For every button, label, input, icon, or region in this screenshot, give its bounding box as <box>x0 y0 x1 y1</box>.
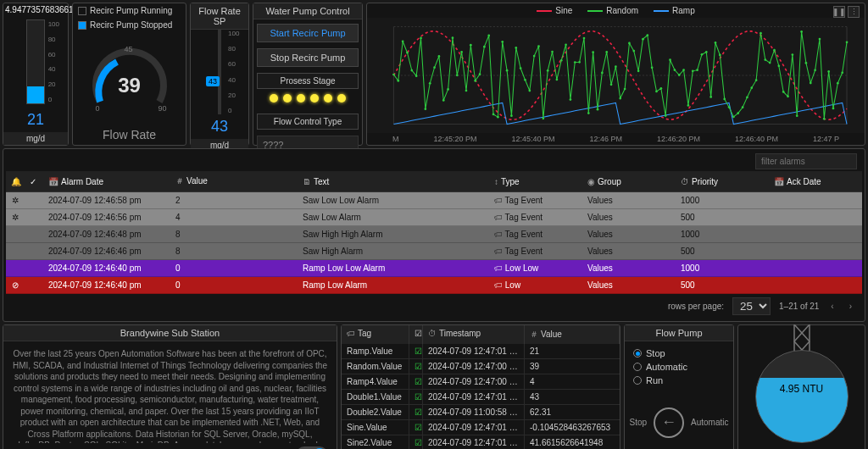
water-pump-panel: Water Pump Control Start Recirc Pump Sto… <box>253 3 363 146</box>
flow-pump-radio-stop[interactable]: Stop <box>633 346 725 360</box>
alarm-table: 🔔 ✓ 📅Alarm Date ＃Value 🗎Text ↕Type ◉Grou… <box>6 171 862 294</box>
svg-point-60 <box>642 38 644 41</box>
svg-point-25 <box>483 46 486 48</box>
svg-point-101 <box>827 70 830 73</box>
tank-gauge: 4.95 NTU <box>755 350 849 443</box>
tag-row[interactable]: Double1.Value☑2024-07-09 12:47:01 pm43 <box>342 390 620 405</box>
svg-point-94 <box>796 114 798 117</box>
svg-point-44 <box>570 98 572 101</box>
tag-row[interactable]: Double2.Value☑2024-07-09 11:00:58 am62.3… <box>342 405 620 420</box>
level-bar: 100806040200 <box>26 19 45 104</box>
recirc-panel: Recirc Pump Running Recirc Pump Stopped … <box>72 3 186 146</box>
svg-point-26 <box>487 35 490 37</box>
svg-point-54 <box>615 65 617 68</box>
flow-control-type-title: Flow Control Type <box>257 114 359 130</box>
flow-pump-panel: Flow Pump StopAutomaticRun Stop ← Automa… <box>624 324 734 449</box>
flow-pump-radio-run[interactable]: Run <box>633 374 725 387</box>
svg-point-83 <box>746 97 748 99</box>
alarm-row[interactable]: 2024-07-09 12:46:46 pm8Saw High Alarm🏷 T… <box>6 243 862 260</box>
svg-point-34 <box>524 79 526 81</box>
recirc-running-label: Recirc Pump Running <box>90 6 172 15</box>
alarm-filter-input[interactable] <box>755 153 857 169</box>
svg-point-8 <box>406 52 409 54</box>
svg-point-48 <box>587 112 590 114</box>
page-prev-button[interactable]: ‹ <box>827 302 837 311</box>
svg-point-95 <box>800 30 803 33</box>
svg-point-36 <box>533 55 536 58</box>
flow-rate-sp-panel: Flow Rate SP 43 100806040200 43 mg/d <box>190 3 249 146</box>
recirc-stopped-label: Recirc Pump Stopped <box>90 20 172 30</box>
svg-point-78 <box>723 98 726 101</box>
chart-legend: SineRandomRamp <box>367 3 865 18</box>
flow-sp-slider[interactable]: 43 100806040200 <box>218 30 221 114</box>
svg-point-69 <box>682 69 685 71</box>
tag-row[interactable]: Random.Value☑2024-07-09 12:47:00 pm39 <box>342 359 620 374</box>
svg-point-40 <box>551 51 554 53</box>
stop-recirc-button[interactable]: Stop Recirc Pump <box>257 48 359 67</box>
flow-rate-value: 39 <box>87 74 172 97</box>
svg-point-88 <box>769 62 771 64</box>
flow-rate-gauge: 39 0 45 90 <box>87 47 172 114</box>
alarm-row[interactable]: ⊘2024-07-09 12:46:40 pm0Ramp Low Alarm🏷 … <box>6 277 862 294</box>
svg-point-10 <box>415 75 418 77</box>
flow-pump-radio-automatic[interactable]: Automatic <box>633 360 725 374</box>
level-unit: mg/d <box>3 132 68 145</box>
process-stage-title: Prosess Stage <box>257 73 359 89</box>
level-value: 21 <box>3 108 68 132</box>
svg-point-103 <box>837 82 839 85</box>
svg-point-79 <box>728 106 731 108</box>
svg-point-43 <box>565 43 567 46</box>
svg-point-97 <box>810 82 812 85</box>
svg-point-14 <box>433 66 436 69</box>
svg-point-41 <box>556 79 559 81</box>
svg-point-61 <box>646 34 648 36</box>
tag-row[interactable]: Ramp.Value☑2024-07-09 12:47:01 pm21 <box>342 344 620 359</box>
alarm-row[interactable]: 2024-07-09 12:46:48 pm8Saw High High Ala… <box>6 226 862 243</box>
svg-point-63 <box>655 91 658 93</box>
page-range: 1–21 of 21 <box>779 302 819 311</box>
svg-point-85 <box>755 79 758 81</box>
flow-rate-label: Flow Rate <box>73 128 186 145</box>
svg-point-39 <box>547 69 549 72</box>
svg-point-64 <box>659 87 662 90</box>
precision-readout: 4.94773576836617 <box>3 3 68 16</box>
svg-point-50 <box>597 108 599 111</box>
svg-point-53 <box>610 83 613 86</box>
rows-per-page-label: rows per page: <box>668 302 724 311</box>
svg-point-6 <box>397 80 399 82</box>
svg-point-29 <box>501 41 504 43</box>
flow-pump-dial[interactable]: ← <box>654 407 684 438</box>
svg-point-59 <box>637 69 640 72</box>
svg-point-86 <box>760 32 762 35</box>
svg-point-47 <box>583 37 586 40</box>
svg-point-42 <box>560 59 563 62</box>
start-recirc-button[interactable]: Start Recirc Pump <box>257 24 359 42</box>
rows-per-page-select[interactable]: 25 <box>732 297 771 315</box>
svg-point-11 <box>420 37 422 40</box>
process-stage-dots <box>257 89 359 108</box>
svg-point-16 <box>442 99 445 102</box>
chart-pause-button[interactable]: ❚❚ <box>833 6 845 18</box>
trend-chart[interactable] <box>367 18 865 133</box>
flow-pump-auto-label: Automatic <box>691 418 728 427</box>
svg-point-52 <box>605 51 608 53</box>
svg-point-9 <box>410 69 413 72</box>
svg-point-19 <box>456 74 459 76</box>
svg-point-35 <box>528 90 531 92</box>
svg-point-37 <box>537 45 540 47</box>
svg-point-45 <box>574 61 576 64</box>
substation-panel: Brandywine Sub Station Over the last 25 … <box>3 324 337 449</box>
tag-row[interactable]: Sine.Value☑2024-07-09 12:47:01 pm-0.1045… <box>342 420 620 435</box>
tag-row[interactable]: Ramp4.Value☑2024-07-09 12:47:00 pm4 <box>342 374 620 390</box>
svg-point-5 <box>392 74 395 76</box>
substation-body: Over the last 25 years Open Automation S… <box>3 341 337 443</box>
chart-settings-button[interactable]: ⋮ <box>848 6 860 18</box>
svg-point-13 <box>429 82 431 85</box>
alarm-row[interactable]: 2024-07-09 12:46:40 pm0Ramp Low Low Alar… <box>6 260 862 277</box>
page-next-button[interactable]: › <box>846 302 855 311</box>
alarm-row[interactable]: ✲2024-07-09 12:46:58 pm2Saw Low Low Alar… <box>6 192 862 209</box>
svg-point-12 <box>425 108 427 110</box>
tank-value: 4.95 NTU <box>756 383 848 395</box>
alarm-row[interactable]: ✲2024-07-09 12:46:56 pm4Saw Low Alarm🏷 T… <box>6 209 862 226</box>
tag-row[interactable]: Sine2.Value☑2024-07-09 12:47:01 pm41.661… <box>342 435 620 449</box>
